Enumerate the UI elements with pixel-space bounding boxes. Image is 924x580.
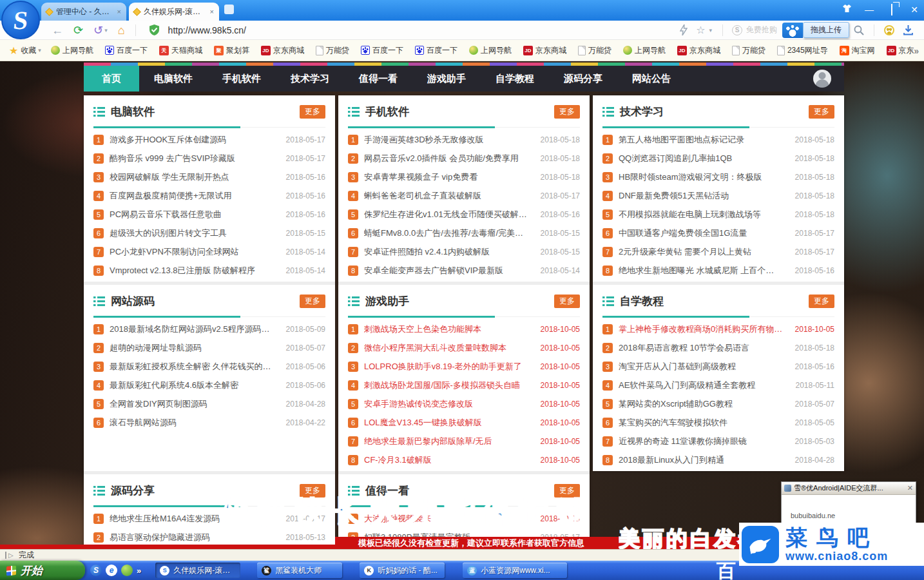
more-button[interactable]: 更多: [809, 105, 834, 119]
item-title[interactable]: LOL魔盒V13.45一键换肤破解版: [364, 417, 535, 429]
bookmark-item[interactable]: 天 天猫商城: [159, 45, 204, 56]
item-title[interactable]: 安卓青苹果视频盒子 vip免费看: [364, 171, 535, 183]
item-title[interactable]: 全网首发DIY网页制图源码: [110, 398, 281, 410]
list-item[interactable]: 5 侏罗纪生存进化v1.01无线金币随便买破解… 2018-05-16: [348, 205, 580, 224]
item-title[interactable]: 2018年易语言教程 10节学会易语言: [619, 342, 790, 354]
list-item[interactable]: 5 不用模拟器就能在电脑上玩刺激战场等 2018-05-18: [602, 205, 834, 224]
list-item[interactable]: 4 蝌蚪爸爸老司机盒子直装破解版 2018-05-17: [348, 186, 580, 205]
list-item[interactable]: 2 2018年易语言教程 10节学会易语言 2018-05-18: [602, 338, 834, 357]
item-title[interactable]: 微信小程序黑洞大乱斗改质量吨数脚本: [364, 342, 535, 354]
list-item[interactable]: 6 中国联通客户端免费领全国1G流量 2018-05-17: [602, 224, 834, 242]
item-title[interactable]: 不用模拟器就能在电脑上玩刺激战场等: [619, 209, 790, 220]
taskbar-button[interactable]: 蓝 小蓝资源网www.xi...: [463, 563, 567, 578]
item-title[interactable]: LOLPRO换肤助手v8.19-老外的助手更新了: [364, 361, 535, 372]
list-item[interactable]: 1 刺激战场天空上色染色功能脚本 2018-10-05: [348, 320, 580, 338]
item-title[interactable]: 2018最新域名防红网站源码v2.5程序源码…: [110, 324, 281, 335]
item-title[interactable]: QQ浏览器订阅追剧几率抽1QB: [619, 153, 790, 164]
item-title[interactable]: 2018最新Linux从入门到精通: [619, 454, 790, 466]
item-title[interactable]: 超萌的动漫网址导航源码: [110, 342, 281, 354]
list-item[interactable]: 6 LOL魔盒V13.45一键换肤破解版 2018-10-05: [348, 413, 580, 432]
item-title[interactable]: 校园网破解版 学生无限制开热点: [110, 171, 281, 183]
item-title[interactable]: 游戏多开HOOK互斥体创建源码: [110, 134, 281, 146]
list-item[interactable]: 2 QQ浏览器订阅追剧几率抽1QB 2018-05-18: [602, 149, 834, 168]
item-title[interactable]: 安卓手游热诚传说变态修改版: [364, 398, 535, 410]
item-title[interactable]: HB限时领steam游戏银河文明：终极版: [619, 171, 790, 183]
list-item[interactable]: 3 HB限时领steam游戏银河文明：终极版 2018-05-18: [602, 168, 834, 186]
nav-item[interactable]: 网站公告: [617, 66, 686, 92]
item-title[interactable]: 第五人格地图平面图地点标记记录: [619, 134, 790, 146]
list-item[interactable]: 1 第五人格地图平面图地点标记记录 2018-05-18: [602, 130, 834, 149]
list-item[interactable]: 7 绝地求生最新巴黎内部版除草/无后 2018-10-05: [348, 432, 580, 450]
download-icon[interactable]: [903, 25, 913, 35]
item-title[interactable]: 绝地求生最新巴黎内部版除草/无后: [364, 436, 535, 447]
search-icon[interactable]: [854, 25, 864, 35]
item-title[interactable]: 滚石导航网站源码: [110, 417, 281, 429]
list-item[interactable]: 7 2元升级豪华黄钻 需要个月以上黄钻 2018-05-17: [602, 242, 834, 261]
list-item[interactable]: 1 游戏多开HOOK互斥体创建源码 2018-05-17: [93, 130, 325, 149]
item-title[interactable]: Vmprotect v2.13.8已注册版 防破解程序: [110, 265, 281, 276]
item-title[interactable]: 某宝购买的汽车驾驶模拟软件: [619, 417, 790, 429]
favorite-star-icon[interactable]: ☆: [696, 24, 705, 36]
tab-close-icon[interactable]: ×: [210, 8, 214, 15]
item-title[interactable]: 侏罗纪生存进化v1.01无线金币随便买破解…: [364, 209, 535, 220]
taskbar-button[interactable]: 鲨 黑鲨装机大师: [257, 563, 342, 578]
skin-icon[interactable]: [841, 5, 852, 15]
avatar[interactable]: [813, 70, 831, 88]
bookmark-item[interactable]: 上网导航: [51, 45, 95, 56]
item-title[interactable]: 掌上神枪手修改教程商场0消耗购买所有物…: [619, 324, 790, 335]
more-button[interactable]: 更多: [300, 295, 325, 308]
list-item[interactable]: 2 网易云音乐v2.0插件版 会员功能/免费享用 2018-05-18: [348, 149, 580, 168]
chat-popup-window[interactable]: 雪®优Android|AIDE交流群... ✕ bubuibaidu.ne: [781, 481, 916, 525]
close-button[interactable]: ✕: [909, 5, 920, 15]
minimize-button[interactable]: —: [863, 5, 875, 15]
list-item[interactable]: 5 PC网易云音乐下载器任意歌曲 2018-05-16: [93, 205, 325, 224]
item-title[interactable]: 蜻蜓FMv8.0.0去广告/去推荐/去毒瘤/完美…: [364, 227, 535, 239]
list-item[interactable]: 4 最新版彩虹代刷系统4.6版本全解密 2018-05-06: [93, 376, 325, 394]
list-item[interactable]: 3 淘宝开店从入门基础到高级教程 2018-05-16: [602, 357, 834, 376]
list-item[interactable]: 5 某网站卖的Xscript辅助GG教程 2018-05-07: [602, 394, 834, 413]
quick-launch-browser-icon[interactable]: S: [90, 565, 102, 576]
list-item[interactable]: 8 2018最新Linux从入门到精通 2018-04-28: [602, 450, 834, 469]
item-title[interactable]: 易语言驱动保护隐藏进源码: [110, 532, 281, 543]
list-item[interactable]: 6 某宝购买的汽车驾驶模拟软件 2018-05-05: [602, 413, 834, 432]
nav-item[interactable]: 技术学习: [276, 66, 344, 92]
item-title[interactable]: 最新版彩虹授权系统全解密 久伴花钱买的…: [110, 361, 281, 372]
bookmark-item[interactable]: 淘 淘宝网: [840, 45, 877, 56]
item-title[interactable]: PC网易云音乐下载器任意歌曲: [110, 209, 281, 220]
smiley-icon[interactable]: [884, 25, 894, 35]
list-item[interactable]: 7 近视界的奇迹 11堂课教你摘掉眼镜 2018-05-03: [602, 432, 834, 450]
item-title[interactable]: 安卓全能变声器去广告解锁VIP最新版: [364, 265, 535, 276]
list-item[interactable]: 4 刺激战场卧龙国服/国际-多模拟器锁头自瞄 2018-10-05: [348, 376, 580, 394]
list-item[interactable]: 2 微信小程序黑洞大乱斗改质量吨数脚本 2018-10-05: [348, 338, 580, 357]
list-item[interactable]: 3 最新版彩虹授权系统全解密 久伴花钱买的… 2018-05-06: [93, 357, 325, 376]
bookmark-item[interactable]: 聚 聚划算: [214, 45, 251, 56]
list-item[interactable]: 4 DNF最新免费领51天黑钻活动 2018-05-18: [602, 186, 834, 205]
bookmark-item[interactable]: 万能贷: [732, 45, 767, 56]
list-item[interactable]: 7 安卓证件照随拍 v2.4.1内购破解版 2018-05-15: [348, 242, 580, 261]
list-item[interactable]: 8 安卓全能变声器去广告解锁VIP最新版 2018-05-14: [348, 261, 580, 280]
item-title[interactable]: 绝地求生新地图曝光 水城威尼斯 上百个…: [619, 265, 790, 276]
item-title[interactable]: 某网站卖的Xscript辅助GG教程: [619, 398, 790, 410]
quick-launch-leaf-icon[interactable]: [121, 565, 133, 576]
lightning-icon[interactable]: [680, 24, 688, 35]
item-title[interactable]: 网易云音乐v2.0插件版 会员功能/免费享用: [364, 153, 535, 164]
bookmark-item[interactable]: 百度一下: [415, 45, 459, 56]
list-item[interactable]: 6 超级强大的识别图片转文字工具 2018-05-15: [93, 224, 325, 242]
address-bar[interactable]: http://www.98k5.cn/: [141, 23, 676, 38]
browser-tab-admin[interactable]: 管理中心 - 久伴娱乐网 ×: [41, 3, 126, 21]
chat-popup-titlebar[interactable]: 雪®优Android|AIDE交流群... ✕: [782, 482, 916, 495]
quick-launch-ie-icon[interactable]: e: [106, 565, 117, 576]
item-title[interactable]: 手游漫画英雄3D秒杀无敌修改版: [364, 134, 535, 146]
nav-item[interactable]: 游戏助手: [412, 66, 481, 92]
sogou-paw-icon[interactable]: [782, 23, 803, 38]
item-title[interactable]: AE软件菜鸟入门到高级精通全套教程: [619, 380, 791, 391]
item-title[interactable]: 最新版彩虹代刷系统4.6版本全解密: [110, 380, 281, 391]
undo-button[interactable]: ↺: [93, 24, 103, 36]
bookmark-item[interactable]: JD 京东: [887, 45, 916, 56]
bookmark-item[interactable]: JD 京东商城: [523, 45, 568, 56]
list-item[interactable]: 1 2018最新域名防红网站源码v2.5程序源码… 2018-05-09: [93, 320, 325, 338]
bookmarks-overflow-icon[interactable]: »: [914, 46, 919, 56]
nav-item[interactable]: 值得一看: [344, 66, 412, 92]
list-item[interactable]: 3 安卓青苹果视频盒子 vip免费看 2018-05-18: [348, 168, 580, 186]
browser-tab-home[interactable]: 久伴娱乐网-滚石导航网 ×: [129, 3, 219, 21]
